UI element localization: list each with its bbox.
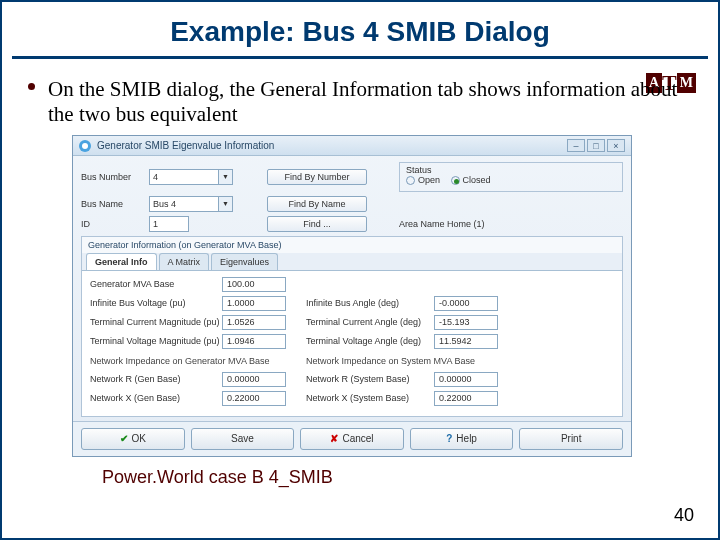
bullet-text: On the SMIB dialog, the General Informat…: [2, 59, 718, 127]
net-x-gen-label: Network X (Gen Base): [90, 393, 222, 403]
area-name-label: Area Name Home (1): [399, 219, 485, 229]
status-open-radio[interactable]: Open: [406, 175, 440, 185]
smib-dialog: Generator SMIB Eigenvalue Information – …: [72, 135, 632, 457]
inf-bus-a-value[interactable]: -0.0000: [434, 296, 498, 311]
net-x-sys-value[interactable]: 0.22000: [434, 391, 498, 406]
find-button[interactable]: Find ...: [267, 216, 367, 232]
find-by-name-button[interactable]: Find By Name: [267, 196, 367, 212]
net-x-sys-label: Network X (System Base): [306, 393, 434, 403]
net-sys-header: Network Impedance on System MVA Base: [306, 356, 475, 366]
page-number: 40: [674, 505, 694, 526]
area-name-value: Home (1): [447, 219, 485, 229]
status-open-text: Open: [418, 175, 440, 185]
bus-number-combo[interactable]: 4 ▼: [149, 169, 233, 185]
ok-label: OK: [132, 433, 146, 444]
status-group: Status Open Closed: [399, 162, 623, 192]
tab-strip: General Info A Matrix Eigenvalues: [82, 253, 622, 271]
save-button[interactable]: Save: [191, 428, 295, 450]
term-im-label: Terminal Current Magnitude (pu): [90, 317, 222, 327]
net-r-gen-value[interactable]: 0.00000: [222, 372, 286, 387]
term-vm-value[interactable]: 1.0946: [222, 334, 286, 349]
inf-bus-v-label: Infinite Bus Voltage (pu): [90, 298, 222, 308]
question-icon: ?: [446, 433, 452, 444]
bullet-marker: [28, 83, 35, 90]
ok-button[interactable]: ✔OK: [81, 428, 185, 450]
term-va-value[interactable]: 11.5942: [434, 334, 498, 349]
status-label: Status: [406, 165, 616, 175]
print-button[interactable]: Print: [519, 428, 623, 450]
term-ia-label: Terminal Current Angle (deg): [306, 317, 434, 327]
term-ia-value[interactable]: -15.193: [434, 315, 498, 330]
cancel-label: Cancel: [342, 433, 373, 444]
bullet-content: On the SMIB dialog, the General Informat…: [48, 77, 677, 126]
net-r-sys-value[interactable]: 0.00000: [434, 372, 498, 387]
check-icon: ✔: [120, 433, 128, 444]
button-bar: ✔OK Save ✘Cancel ?Help Print: [73, 421, 631, 456]
status-closed-radio[interactable]: Closed: [451, 175, 491, 185]
caption-text: Power.World case B 4_SMIB: [102, 467, 718, 488]
net-r-sys-label: Network R (System Base): [306, 374, 434, 384]
net-x-gen-value[interactable]: 0.22000: [222, 391, 286, 406]
tab-body: Generator MVA Base 100.00 Infinite Bus V…: [82, 271, 622, 416]
tab-eigenvalues[interactable]: Eigenvalues: [211, 253, 278, 270]
bus-name-combo[interactable]: Bus 4 ▼: [149, 196, 233, 212]
help-label: Help: [456, 433, 477, 444]
bus-number-value[interactable]: 4: [149, 169, 219, 185]
id-value[interactable]: 1: [149, 216, 189, 232]
find-by-number-button[interactable]: Find By Number: [267, 169, 367, 185]
help-button[interactable]: ?Help: [410, 428, 514, 450]
app-icon: [79, 140, 91, 152]
mva-base-label: Generator MVA Base: [90, 279, 222, 289]
tab-a-matrix[interactable]: A Matrix: [159, 253, 210, 270]
net-gen-header: Network Impedance on Generator MVA Base: [90, 356, 306, 366]
dialog-titlebar: Generator SMIB Eigenvalue Information – …: [73, 136, 631, 156]
net-r-gen-label: Network R (Gen Base): [90, 374, 222, 384]
status-closed-text: Closed: [463, 175, 491, 185]
x-icon: ✘: [330, 433, 338, 444]
slide-title: Example: Bus 4 SMIB Dialog: [2, 2, 718, 56]
inf-bus-a-label: Infinite Bus Angle (deg): [306, 298, 434, 308]
inf-bus-v-value[interactable]: 1.0000: [222, 296, 286, 311]
chevron-down-icon[interactable]: ▼: [219, 196, 233, 212]
tab-general-info[interactable]: General Info: [86, 253, 157, 270]
group-title: Generator Information (on Generator MVA …: [82, 237, 622, 253]
maximize-button[interactable]: □: [587, 139, 605, 152]
bus-name-value[interactable]: Bus 4: [149, 196, 219, 212]
close-button[interactable]: ×: [607, 139, 625, 152]
id-label: ID: [81, 219, 145, 229]
term-va-label: Terminal Voltage Angle (deg): [306, 336, 434, 346]
bus-number-label: Bus Number: [81, 172, 145, 182]
term-im-value[interactable]: 1.0526: [222, 315, 286, 330]
dialog-body: Bus Number 4 ▼ Find By Number Status Ope…: [73, 156, 631, 421]
cancel-button[interactable]: ✘Cancel: [300, 428, 404, 450]
dialog-title: Generator SMIB Eigenvalue Information: [97, 140, 565, 151]
mva-base-value[interactable]: 100.00: [222, 277, 286, 292]
generator-info-group: Generator Information (on Generator MVA …: [81, 236, 623, 417]
term-vm-label: Terminal Voltage Magnitude (pu): [90, 336, 222, 346]
chevron-down-icon[interactable]: ▼: [219, 169, 233, 185]
bus-name-label: Bus Name: [81, 199, 145, 209]
minimize-button[interactable]: –: [567, 139, 585, 152]
